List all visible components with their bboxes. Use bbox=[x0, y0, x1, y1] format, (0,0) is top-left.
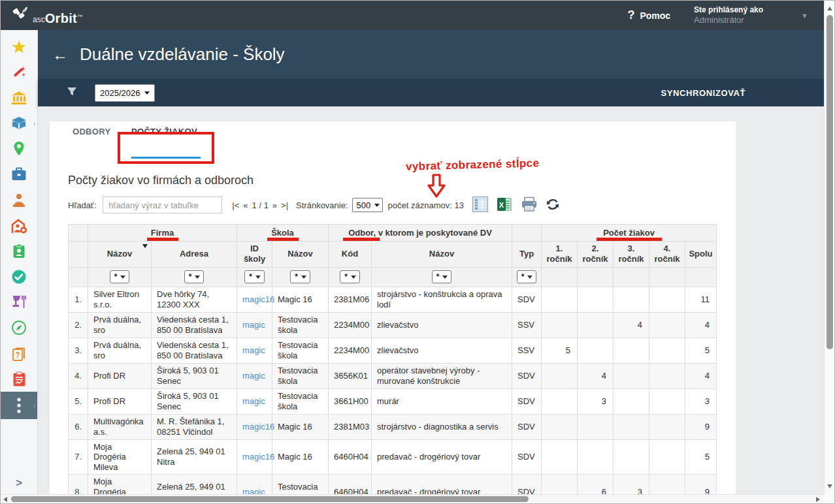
asc-orbit-logo[interactable]: ascOrbit™ bbox=[11, 5, 82, 26]
col-header-nazov-odboru[interactable]: Názov bbox=[372, 242, 512, 268]
vertical-scrollbar-thumb[interactable] bbox=[827, 15, 833, 349]
last-page-button[interactable]: >| bbox=[281, 200, 288, 210]
briefcase-icon bbox=[11, 167, 27, 181]
column-filter-select[interactable]: * bbox=[290, 270, 310, 283]
school-id-link[interactable]: magic bbox=[242, 320, 265, 330]
school-id-link[interactable]: magic bbox=[242, 396, 265, 406]
cell-r3 bbox=[614, 338, 649, 363]
back-button[interactable]: ← bbox=[52, 46, 68, 64]
app-window: ascOrbit™ ? Pomoc Ste prihlásený ako Adm… bbox=[0, 0, 835, 504]
sidebar-item-locations[interactable] bbox=[1, 136, 37, 162]
sidebar-item-faq[interactable]: ? bbox=[1, 341, 37, 366]
column-filter-select[interactable]: * bbox=[432, 270, 452, 283]
pagination: |< « 1 / 1 » >| bbox=[232, 200, 288, 210]
sidebar-item-education[interactable]: › bbox=[1, 111, 37, 136]
scroll-right-arrow[interactable] bbox=[816, 497, 820, 502]
page-size-select[interactable]: 500 bbox=[352, 198, 383, 212]
refresh-button[interactable] bbox=[546, 198, 559, 213]
search-label: Hľadať: bbox=[68, 200, 96, 210]
sidebar-item-star[interactable] bbox=[1, 34, 37, 59]
page-indicator: 1 / 1 bbox=[252, 200, 269, 210]
cell-r3: 4 bbox=[614, 312, 649, 338]
expand-chevron-icon: > bbox=[16, 477, 22, 490]
choose-columns-button[interactable] bbox=[472, 197, 488, 214]
cell-id: magic16 bbox=[237, 439, 272, 475]
synchronize-button[interactable]: SYNCHRONIZOVAŤ bbox=[661, 88, 746, 98]
col-header-adresa[interactable]: Adresa bbox=[152, 242, 237, 268]
col-header-typ[interactable]: Typ bbox=[512, 242, 542, 268]
submenu-chevron-icon: › bbox=[33, 120, 35, 127]
column-filter-select[interactable]: * bbox=[340, 270, 360, 283]
red-underline bbox=[343, 238, 380, 241]
table-row: 2.Prvá duálna, sroViedenská cesta 1, 850… bbox=[69, 312, 717, 338]
magic-wand-icon bbox=[12, 65, 26, 80]
school-id-link[interactable]: magic16 bbox=[242, 422, 274, 432]
sidebar-item-approved[interactable] bbox=[1, 264, 37, 290]
school-year-select[interactable]: 2025/2026 bbox=[95, 84, 155, 102]
cell-firma: Profi DR bbox=[88, 388, 152, 414]
column-filter-select[interactable]: * bbox=[184, 270, 205, 283]
school-id-link[interactable]: magic16 bbox=[242, 452, 274, 462]
column-filter-select[interactable]: * bbox=[517, 270, 537, 283]
cell-id: magic bbox=[237, 475, 272, 496]
search-input[interactable] bbox=[103, 197, 222, 213]
chevron-down-icon[interactable]: ▼ bbox=[801, 12, 808, 20]
star-icon bbox=[11, 39, 27, 55]
sidebar-item-reports[interactable] bbox=[1, 366, 37, 392]
sidebar-item-compass[interactable] bbox=[1, 315, 37, 341]
school-add-icon bbox=[10, 218, 27, 234]
col-header-spolu[interactable]: Spolu bbox=[685, 242, 717, 268]
red-underline bbox=[597, 238, 662, 241]
scroll-down-arrow[interactable] bbox=[827, 484, 832, 488]
chevron-down-icon bbox=[442, 276, 448, 279]
column-filter-select[interactable]: * bbox=[244, 270, 265, 283]
report-clipboard-icon bbox=[12, 371, 26, 387]
school-id-link[interactable]: magic bbox=[242, 371, 265, 381]
col-header-kod[interactable]: Kód bbox=[329, 242, 372, 268]
col-header-id-skoly[interactable]: ID školy bbox=[237, 242, 272, 268]
cell-adresa: Zelená 25, 949 01 Nitra bbox=[152, 439, 237, 475]
tab-odbory[interactable]: ODBORY bbox=[73, 127, 110, 136]
filter-funnel-icon bbox=[67, 87, 77, 99]
first-page-button[interactable]: |< bbox=[232, 200, 239, 210]
scroll-left-arrow[interactable] bbox=[3, 497, 7, 502]
col-header-rocnik-2[interactable]: 2. ročník bbox=[578, 242, 614, 268]
col-header-rocnik-3[interactable]: 3. ročník bbox=[614, 242, 649, 268]
col-header-rocnik-1[interactable]: 1. ročník bbox=[542, 242, 578, 268]
logo-text-orbit: Orbit bbox=[45, 11, 77, 26]
horizontal-scrollbar-thumb[interactable] bbox=[11, 496, 529, 502]
help-button[interactable]: ? Pomoc bbox=[627, 8, 670, 22]
print-button[interactable] bbox=[521, 197, 538, 214]
chevron-down-icon bbox=[351, 276, 356, 279]
col-header-nazov-firmy[interactable]: Názov bbox=[88, 242, 152, 268]
sidebar-item-students[interactable] bbox=[1, 187, 37, 213]
sidebar-item-institution[interactable] bbox=[1, 85, 37, 110]
sidebar-item-badge[interactable] bbox=[1, 238, 37, 264]
column-filter-select[interactable]: * bbox=[110, 270, 130, 283]
filter-cell-empty bbox=[69, 267, 88, 287]
page-header: ← Duálne vzdelávanie - Školy bbox=[38, 30, 825, 79]
vertical-scrollbar[interactable] bbox=[824, 1, 834, 496]
next-page-button[interactable]: » bbox=[272, 200, 277, 210]
sidebar-item-more[interactable]: › bbox=[1, 392, 37, 419]
cell-id: magic bbox=[237, 388, 272, 414]
sidebar-expand-button[interactable]: > bbox=[1, 470, 37, 496]
sidebar-item-wizard[interactable] bbox=[1, 59, 37, 85]
sidebar-item-catering[interactable] bbox=[1, 290, 37, 315]
table-row: 1.Silver Eltron s.r.o.Dve hôrky 74, 1230… bbox=[69, 287, 717, 312]
school-id-link[interactable]: magic16 bbox=[242, 294, 274, 304]
export-excel-button[interactable]: X bbox=[497, 197, 512, 214]
user-menu[interactable]: Ste prihlásený ako Administrátor bbox=[694, 5, 763, 25]
cell-odbor: zlievačstvo bbox=[372, 338, 512, 363]
sidebar-item-companies[interactable] bbox=[1, 162, 37, 187]
prev-page-button[interactable]: « bbox=[243, 200, 248, 210]
filter-cell: * bbox=[272, 267, 329, 287]
sidebar-item-school-add[interactable] bbox=[1, 213, 37, 238]
horizontal-scrollbar[interactable] bbox=[1, 494, 825, 503]
col-header-rocnik-4[interactable]: 4. ročník bbox=[649, 242, 685, 268]
col-header-nazov-skoly[interactable]: Názov bbox=[272, 242, 329, 268]
scroll-up-arrow[interactable] bbox=[827, 7, 832, 10]
cell-r3: 3 bbox=[614, 475, 649, 496]
cell-firma: Prvá duálna, sro bbox=[88, 312, 152, 338]
school-id-link[interactable]: magic bbox=[242, 345, 265, 355]
